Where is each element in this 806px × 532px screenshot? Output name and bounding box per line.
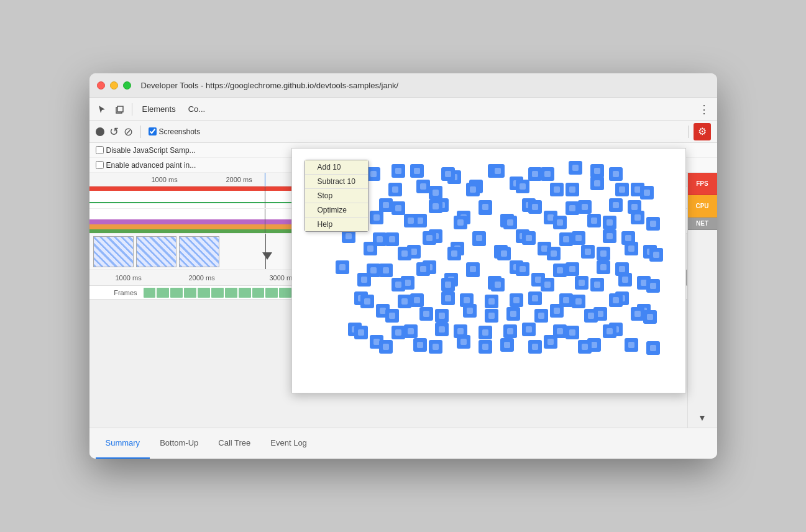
blue-square-2 [410, 164, 424, 178]
frame-bar [265, 288, 278, 298]
blue-square-extra-74 [646, 341, 660, 355]
blue-square-extra-47 [410, 293, 424, 307]
blue-square-24 [566, 201, 579, 215]
context-menu-item-add10[interactable]: Add 10 [305, 160, 368, 175]
tab-summary[interactable]: Summary [96, 428, 150, 459]
advanced-paint-checkbox[interactable] [96, 161, 104, 169]
blue-square-extra-13 [454, 216, 467, 229]
blue-square-extra-15 [503, 216, 517, 229]
screenshot-thumb-1[interactable] [93, 236, 134, 267]
blue-square-9 [550, 183, 564, 196]
cursor-icon[interactable] [94, 102, 109, 117]
bottom-tick-1000: 1000 ms [116, 274, 142, 282]
cpu-cursor-line [265, 209, 265, 233]
copy-icon[interactable] [112, 102, 127, 117]
blue-square-extra-18 [578, 200, 592, 214]
blue-square-extra-51 [510, 293, 523, 307]
blue-square-extra-33 [367, 264, 380, 277]
side-panel: FPS CPU NET ▼ [687, 173, 717, 428]
svg-rect-1 [117, 106, 123, 112]
frames-label: Frames [89, 289, 142, 296]
maximize-button[interactable] [123, 81, 131, 89]
blue-square-16 [392, 201, 405, 215]
screenshots-checkbox-label[interactable]: Screenshots [149, 127, 201, 136]
context-menu-item-stop[interactable]: Stop [305, 189, 368, 203]
clear-icon[interactable]: ⊘ [124, 125, 133, 139]
tab-call-tree[interactable]: Call Tree [208, 428, 260, 459]
dropdown-area[interactable]: ▼ [688, 408, 717, 428]
blue-square-extra-53 [559, 293, 573, 307]
blue-square-78 [522, 323, 536, 336]
blue-square-extra-55 [609, 293, 623, 307]
blue-square-extra-41 [566, 262, 579, 276]
blue-square-extra-6 [541, 167, 554, 181]
blue-square-3 [429, 186, 442, 200]
titlebar: Developer Tools - https://googlechrome.g… [89, 73, 717, 98]
screenshots-checkbox[interactable] [149, 127, 157, 135]
screenshot-thumb-3[interactable] [179, 236, 219, 267]
blue-square-extra-58 [379, 340, 393, 354]
disable-js-label: Disable JavaScript Samp... [106, 146, 196, 155]
blue-square-extra-22 [398, 247, 411, 260]
context-menu-item-optimize[interactable]: Optimize [305, 203, 368, 218]
elements-tab[interactable]: Elements [137, 104, 181, 114]
more-options-icon[interactable]: ⋮ [696, 103, 712, 116]
frame-bar [252, 288, 265, 298]
frame-bar [211, 288, 224, 298]
refresh-icon[interactable]: ↺ [109, 125, 119, 139]
blue-square-59 [419, 307, 433, 321]
blue-square-extra-2 [441, 167, 455, 181]
blue-square-extra-45 [360, 295, 374, 308]
screenshots-label: Screenshots [159, 127, 201, 136]
context-menu: Add 10 Subtract 10 Stop Optimize Help [305, 160, 369, 232]
advanced-paint-checkbox-label[interactable]: Enable advanced paint in... [96, 161, 196, 170]
fps-side-label: FPS [688, 173, 717, 195]
perf-toolbar: ↺ ⊘ Screenshots ⚙ [89, 121, 717, 143]
blue-square-extra-12 [429, 200, 442, 213]
ruler-tick-1000: 1000 ms [152, 176, 178, 183]
minimize-button[interactable] [110, 81, 118, 89]
cursor-arrow [262, 252, 272, 260]
cpu-side-label: CPU [688, 195, 717, 218]
side-spacer [688, 230, 717, 408]
blue-square-extra-64 [528, 340, 542, 354]
blue-square-extra-34 [392, 278, 405, 291]
blue-square-extra-57 [354, 326, 368, 339]
blue-square-extra-20 [628, 200, 641, 214]
blue-square-extra-21 [373, 232, 387, 246]
blue-square-extra-23 [423, 231, 436, 245]
context-menu-item-help[interactable]: Help [305, 218, 368, 231]
blue-square-52 [553, 264, 567, 277]
blue-square-64 [528, 291, 542, 305]
blue-square-extra-35 [416, 262, 430, 276]
blue-square-42 [336, 260, 349, 274]
screenshot-thumb-2[interactable] [136, 236, 176, 267]
record-button[interactable] [96, 127, 104, 136]
tab-bottom-up[interactable]: Bottom-Up [150, 428, 208, 459]
window-title: Developer Tools - https://googlechrome.g… [141, 81, 399, 90]
blue-square-extra-14 [479, 200, 492, 214]
disable-js-checkbox[interactable] [96, 146, 104, 154]
blue-square-11 [590, 177, 604, 190]
context-menu-item-subtract10[interactable]: Subtract 10 [305, 175, 368, 189]
blue-square-extra-24 [447, 247, 461, 260]
gear-button[interactable]: ⚙ [694, 123, 711, 140]
blue-square-extra-73 [643, 310, 657, 324]
disable-js-checkbox-label[interactable]: Disable JavaScript Samp... [96, 146, 196, 155]
blue-square-extra-46 [385, 309, 399, 323]
devtools-window: Developer Tools - https://googlechrome.g… [89, 73, 717, 459]
blue-square-extra-43 [615, 262, 629, 276]
blue-square-extra-67 [603, 324, 616, 338]
blue-square-extra-25 [472, 231, 486, 245]
tab-event-log[interactable]: Event Log [260, 428, 317, 459]
blue-square-extra-17 [553, 216, 567, 229]
blue-square-26 [609, 198, 623, 212]
toolbar-divider-2 [140, 126, 141, 138]
blue-square-8 [528, 167, 542, 181]
blue-square-44 [379, 264, 393, 277]
console-tab[interactable]: Co... [183, 104, 210, 114]
dropdown-chevron-icon[interactable]: ▼ [698, 413, 707, 423]
close-button[interactable] [97, 81, 105, 89]
toolbar-divider-1 [132, 103, 132, 116]
blue-square-extra-10 [379, 198, 393, 212]
